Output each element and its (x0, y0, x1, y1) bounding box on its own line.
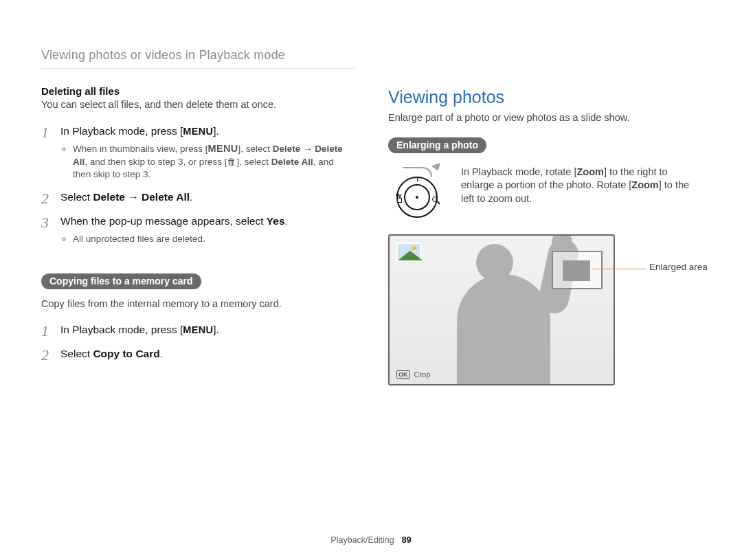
leader-line (592, 269, 647, 269)
delete-step-3: When the pop-up message appears, select … (41, 214, 354, 245)
page-header: Viewing photos or videos in Playback mod… (41, 48, 354, 63)
preview-screen: OK Crop Enlarged area (388, 234, 615, 385)
zoom-dial-icon: T W (388, 166, 449, 218)
menu-icon: MENU (183, 126, 213, 137)
viewing-intro: Enlarge part of a photo or view photos a… (388, 111, 701, 125)
menu-icon: MENU (208, 143, 238, 154)
header-divider (41, 68, 354, 69)
delete-step-1: In Playback mode, press [MENU]. When in … (41, 124, 354, 181)
photo-silhouette (450, 241, 553, 385)
thumbnail-icon (396, 243, 421, 262)
deleting-heading: Deleting all files (41, 85, 354, 97)
copying-pill: Copying files to a memory card (41, 273, 201, 289)
enlarge-pill: Enlarging a photo (388, 137, 486, 153)
enlarge-desc: In Playback mode, rotate [Zoom] to the r… (461, 166, 701, 206)
page-footer: Playback/Editing 89 (0, 535, 742, 545)
delete-step-1-bullet: When in thumbnails view, press [MENU], s… (73, 142, 354, 181)
delete-step-2: Select Delete → Delete All. (41, 190, 354, 205)
crop-indicator: OK Crop (396, 370, 430, 379)
leader-label: Enlarged area (649, 262, 708, 272)
copy-step-1: In Playback mode, press [MENU]. (41, 323, 354, 337)
enlarge-overlay-box (552, 251, 603, 289)
deleting-intro: You can select all files, and then delet… (41, 98, 354, 112)
viewing-title: Viewing photos (388, 87, 701, 107)
copying-intro: Copy files from the internal memory to a… (41, 298, 354, 311)
menu-icon: MENU (183, 324, 213, 335)
copy-step-2: Select Copy to Card. (41, 347, 354, 361)
trash-icon: 🗑 (227, 157, 236, 167)
delete-step-3-bullet: All unprotected files are deleted. (73, 233, 354, 245)
